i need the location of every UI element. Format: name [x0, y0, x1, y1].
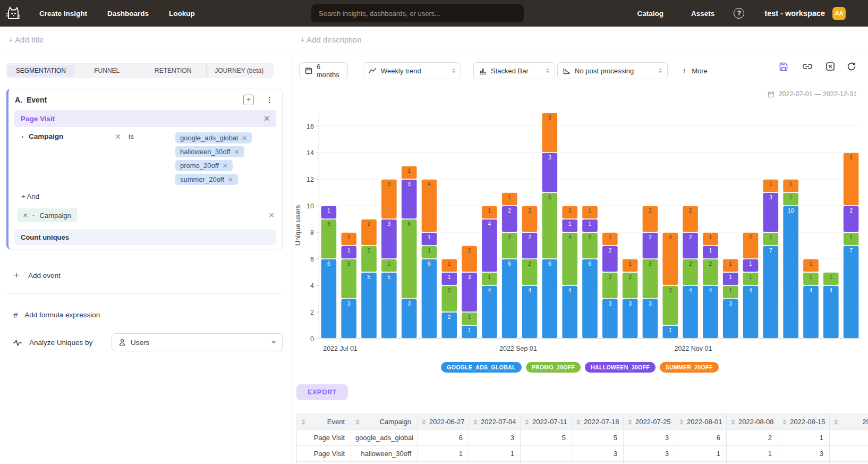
post-processing-select[interactable]: No post processing	[557, 62, 668, 79]
bar-2022-11-07[interactable]: 4211	[702, 232, 718, 339]
bar-segment-summer_20off[interactable]	[662, 232, 678, 285]
sort-icon[interactable]	[355, 419, 360, 425]
bar-segment-google_ads_global[interactable]	[702, 285, 718, 339]
tab-retention[interactable]: RETENTION	[140, 65, 206, 77]
sort-icon[interactable]	[834, 419, 838, 425]
bar-segment-google_ads_global[interactable]	[783, 206, 799, 339]
bar-2022-08-01[interactable]: 6114	[421, 179, 437, 339]
table-header-cell[interactable]: 2022-08-22	[830, 414, 868, 430]
bar-segment-google_ads_global[interactable]	[361, 272, 377, 339]
table-header-cell[interactable]: 2022-08-15	[778, 414, 830, 430]
bar-segment-google_ads_global[interactable]	[743, 285, 759, 339]
bar-segment-halloween_30off[interactable]	[481, 219, 497, 272]
refresh-icon[interactable]	[846, 61, 857, 72]
table-header-cell[interactable]: 2022-08-01	[675, 414, 727, 430]
table-header-cell[interactable]: 2022-07-11	[521, 414, 572, 430]
filter-operator[interactable]: is	[129, 132, 175, 140]
bar-segment-google_ads_global[interactable]	[522, 285, 538, 339]
table-header-cell[interactable]: Campaign	[351, 414, 418, 430]
table-header-cell[interactable]: Event	[297, 414, 351, 430]
bar-2022-08-29[interactable]: 6221	[501, 192, 517, 339]
remove-breakdown-icon[interactable]: ✕	[23, 212, 28, 219]
table-header-cell[interactable]: 2022-06-27	[418, 414, 469, 430]
search-input[interactable]	[311, 4, 524, 22]
bar-2022-10-24[interactable]: 134	[662, 232, 678, 339]
sort-icon[interactable]	[301, 419, 305, 425]
bar-2022-12-12[interactable]: 411	[803, 259, 819, 339]
bar-segment-promo_20off[interactable]	[401, 219, 417, 299]
legend-pill[interactable]: summer_20off	[660, 362, 719, 373]
sort-icon[interactable]	[525, 419, 529, 425]
filter-value-tag[interactable]: promo_20off✕	[175, 160, 233, 171]
legend-pill[interactable]: promo_20off	[526, 362, 581, 373]
chart-type-select[interactable]: Stacked Bar	[473, 62, 555, 79]
add-description-button[interactable]: + Add description	[300, 35, 362, 44]
series-menu-icon[interactable]: ⋮	[266, 95, 274, 105]
bar-2022-09-05[interactable]: 4222	[522, 206, 538, 339]
remove-value-icon[interactable]: ✕	[242, 134, 247, 142]
bar-segment-google_ads_global[interactable]	[501, 259, 517, 339]
sort-icon[interactable]	[422, 419, 426, 425]
bar-2022-09-12[interactable]: 6533	[542, 113, 558, 339]
analyze-by-select[interactable]: Users	[112, 333, 283, 351]
bar-2022-11-28[interactable]: 7131	[763, 179, 779, 339]
filter-value-tag[interactable]: halloween_30off✕	[175, 146, 244, 157]
bar-segment-google_ads_global[interactable]	[381, 272, 397, 339]
bar-segment-google_ads_global[interactable]	[683, 285, 699, 339]
bar-2022-06-27[interactable]: 631	[321, 206, 337, 339]
bar-2022-11-14[interactable]: 3111	[722, 259, 738, 339]
bar-2022-07-11[interactable]: 522	[361, 219, 377, 339]
save-icon[interactable]	[778, 61, 789, 72]
remove-event-icon[interactable]: ✕	[263, 114, 270, 123]
filter-value-tag[interactable]: summer_20off✕	[175, 174, 238, 185]
sort-icon[interactable]	[782, 419, 787, 425]
bar-2022-10-03[interactable]: 3221	[602, 232, 618, 339]
legend-pill[interactable]: halloween_30off	[585, 362, 656, 373]
copy-link-icon[interactable]	[802, 61, 813, 72]
sort-icon[interactable]	[473, 419, 478, 425]
sort-icon[interactable]	[679, 419, 684, 425]
sort-icon[interactable]	[731, 419, 735, 425]
bar-segment-summer_20off[interactable]	[843, 153, 859, 206]
filter-value-tag[interactable]: google_ads_global✕	[175, 132, 252, 144]
nav-item-dashboards[interactable]: Dashboards	[107, 10, 149, 18]
bar-segment-google_ads_global[interactable]	[421, 259, 437, 339]
bar-segment-promo_20off[interactable]	[562, 232, 578, 285]
trend-select[interactable]: Weekly trend	[363, 62, 461, 79]
bar-2022-08-08[interactable]: 2211	[441, 259, 457, 339]
remove-filter-icon[interactable]: ✕	[115, 132, 129, 141]
duplicate-series-icon[interactable]: +	[243, 95, 254, 105]
bar-2022-10-31[interactable]: 4222	[683, 206, 699, 339]
add-formula-button[interactable]: # Add formula expression	[13, 310, 100, 319]
clear-breakdown-icon[interactable]: ✕	[268, 211, 275, 220]
bar-segment-google_ads_global[interactable]	[803, 285, 819, 339]
bar-2022-10-17[interactable]: 3322	[642, 206, 658, 339]
tab-segmentation[interactable]: SEGMENTATION	[7, 65, 74, 77]
aggregation-row[interactable]: Count uniques	[14, 229, 276, 245]
add-event-button[interactable]: + Add event	[14, 270, 61, 281]
tab-journey[interactable]: JOURNEY (beta)	[206, 65, 273, 77]
bar-2022-12-19[interactable]: 41	[823, 272, 839, 339]
remove-value-icon[interactable]: ✕	[234, 148, 239, 156]
stacked-bar-chart[interactable]: 0246810121416Unique users631331152251333…	[292, 80, 868, 359]
sort-icon[interactable]	[628, 419, 632, 425]
bar-2022-07-04[interactable]: 3311	[341, 232, 357, 339]
bar-segment-google_ads_global[interactable]	[321, 259, 337, 339]
more-button[interactable]: + More	[682, 62, 708, 79]
table-header-cell[interactable]: 2022-07-04	[469, 414, 521, 430]
remove-value-icon[interactable]: ✕	[223, 162, 228, 170]
remove-value-icon[interactable]: ✕	[228, 176, 233, 183]
date-range-button[interactable]: 6 months	[299, 62, 348, 79]
table-header-cell[interactable]: 2022-07-18	[572, 414, 624, 430]
bar-segment-promo_20off[interactable]	[542, 192, 558, 259]
nav-item-lookup[interactable]: Lookup	[169, 10, 195, 18]
export-button[interactable]: EXPORT	[296, 384, 348, 400]
workspace-name[interactable]: test - workspace	[764, 9, 825, 18]
breakdown-chip[interactable]: ✕ · Campaign	[17, 208, 77, 222]
add-and-filter-button[interactable]: + And	[21, 192, 39, 200]
help-icon[interactable]: ?	[734, 8, 744, 19]
bar-segment-google_ads_global[interactable]	[763, 246, 779, 339]
filter-property[interactable]: Campaign	[29, 132, 115, 140]
table-header-cell[interactable]: 2022-07-25	[624, 414, 675, 430]
bar-segment-google_ads_global[interactable]	[843, 246, 859, 339]
